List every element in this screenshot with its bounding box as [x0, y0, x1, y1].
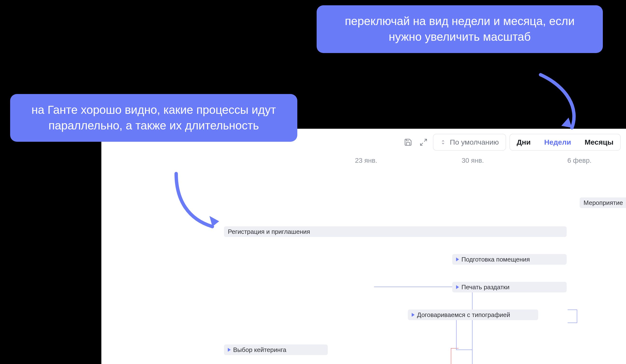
callout-scale: переключай на вид недели и месяца, если …	[317, 5, 603, 53]
sort-label: По умолчанию	[450, 138, 499, 146]
tab-weeks[interactable]: Недели	[537, 134, 578, 150]
dependency-arrow-icon	[228, 348, 231, 352]
toolbar: По умолчанию Дни Недели Месяцы	[402, 131, 621, 153]
gantt-bar-event[interactable]: Мероприятие 🔥	[580, 198, 626, 208]
bar-label: Печать раздатки	[461, 284, 509, 291]
dependency-arrow-icon	[412, 313, 415, 317]
tab-days[interactable]: Дни	[510, 134, 537, 150]
gantt-bar-registration[interactable]: Регистрация и приглашения	[224, 226, 567, 237]
dependency-line	[568, 309, 577, 323]
dependency-line	[374, 287, 472, 364]
expand-icon[interactable]	[418, 136, 430, 148]
bar-label: Мероприятие 🔥	[584, 199, 626, 207]
dependency-line	[451, 348, 459, 349]
timeline-header: 23 янв. 30 янв. 6 февр. 13 ф	[101, 157, 626, 170]
date-label: 6 февр.	[567, 157, 591, 165]
view-tabs: Дни Недели Месяцы	[509, 134, 621, 151]
sort-icon	[440, 139, 446, 146]
app-window: По умолчанию Дни Недели Месяцы 23 янв. 3…	[101, 129, 626, 364]
gantt-chart[interactable]: Мероприятие 🔥 Регистрация и приглашения …	[101, 174, 626, 364]
dependency-line	[444, 348, 451, 364]
gantt-bar-catering[interactable]: Выбор кейтеринга	[224, 344, 328, 355]
bar-label: Выбор кейтеринга	[233, 346, 286, 354]
dependency-arrow-icon	[456, 258, 459, 261]
callout-text: на Ганте хорошо видно, какие процессы ид…	[31, 103, 276, 132]
save-icon[interactable]	[402, 136, 414, 148]
bar-label: Подготовка помещения	[461, 256, 530, 263]
gantt-bar-typography[interactable]: Договариваемся с типографией	[408, 309, 538, 320]
dependency-arrow-icon	[456, 285, 459, 289]
gantt-bar-print[interactable]: Печать раздатки	[452, 282, 567, 292]
date-label: 23 янв.	[355, 157, 377, 165]
sort-dropdown[interactable]: По умолчанию	[433, 134, 506, 151]
callout-text: переключай на вид недели и месяца, если …	[345, 15, 575, 43]
gantt-bar-prep-room[interactable]: Подготовка помещения	[452, 254, 567, 265]
bar-label: Договариваемся с типографией	[417, 311, 510, 319]
date-label: 30 янв.	[462, 157, 484, 165]
callout-gantt: на Ганте хорошо видно, какие процессы ид…	[10, 94, 297, 142]
bar-label: Регистрация и приглашения	[228, 228, 310, 235]
tab-months[interactable]: Месяцы	[578, 134, 620, 150]
